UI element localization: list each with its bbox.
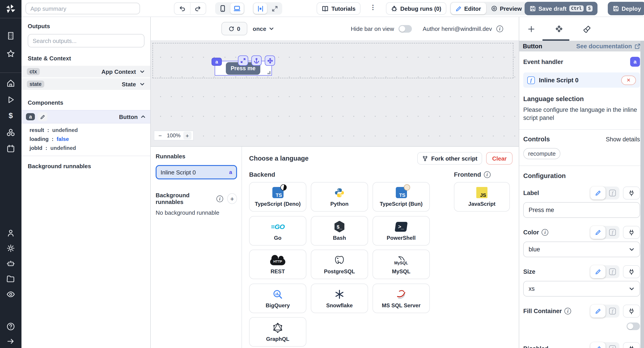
- language-card-go[interactable]: ≡GO Go: [249, 216, 306, 246]
- canvas-grid-container[interactable]: [152, 43, 514, 78]
- info-icon[interactable]: i: [216, 195, 223, 202]
- info-icon[interactable]: i: [542, 229, 548, 236]
- static-mode-pencil-icon[interactable]: [590, 305, 606, 318]
- workers-robot-icon[interactable]: [6, 259, 15, 268]
- language-card-bash[interactable]: $_ Bash: [311, 216, 368, 246]
- recompute-badge[interactable]: recompute: [523, 148, 560, 160]
- chevron-down-icon[interactable]: [140, 69, 145, 74]
- prop-jobid[interactable]: jobId: undefined: [30, 145, 150, 151]
- help-icon[interactable]: [6, 322, 15, 331]
- variables-icon[interactable]: $: [6, 112, 15, 120]
- info-icon[interactable]: i: [564, 308, 571, 315]
- color-connect-plug-button[interactable]: [623, 226, 640, 239]
- undo-button[interactable]: [174, 3, 190, 14]
- remove-script-button[interactable]: ✕: [621, 75, 636, 85]
- language-card-typescript-bun[interactable]: TS TypeScript (Bun): [372, 182, 430, 212]
- settings-gear-icon[interactable]: [6, 244, 15, 253]
- schedules-icon[interactable]: [6, 144, 15, 153]
- clear-language-button[interactable]: Clear: [486, 152, 512, 164]
- hide-bar-toggle[interactable]: [398, 25, 412, 32]
- expr-mode-icon[interactable]: f: [606, 187, 620, 200]
- show-details-link[interactable]: Show details: [606, 136, 640, 143]
- expr-mode-icon[interactable]: f: [606, 342, 620, 348]
- label-connect-plug-button[interactable]: [623, 187, 640, 200]
- static-mode-pencil-icon[interactable]: [590, 342, 606, 348]
- expand-component-button[interactable]: [238, 56, 248, 66]
- language-card-bigquery[interactable]: BigQuery: [249, 284, 306, 313]
- disabled-connect-plug-button[interactable]: [623, 342, 640, 348]
- static-mode-pencil-icon[interactable]: [590, 266, 606, 278]
- language-card-mysql[interactable]: MySQL MySQL: [372, 250, 430, 279]
- search-outputs-input[interactable]: [28, 34, 144, 48]
- language-card-mssql[interactable]: MS SQL Server: [372, 284, 430, 313]
- home-icon[interactable]: [6, 79, 15, 88]
- runnable-item-inline-script-0[interactable]: Inline Script 0 a: [156, 165, 237, 179]
- preview-tab[interactable]: Preview: [486, 3, 526, 14]
- ctx-row[interactable]: ctx App Context: [22, 66, 150, 78]
- runs-icon[interactable]: [6, 95, 15, 104]
- favorites-star-icon[interactable]: [6, 49, 15, 58]
- schedule-select[interactable]: once: [253, 22, 274, 35]
- state-row[interactable]: state State: [22, 78, 150, 90]
- save-draft-button[interactable]: Save draft Ctrl S: [524, 2, 598, 15]
- desktop-view-button[interactable]: [230, 3, 244, 14]
- expr-mode-icon[interactable]: f: [606, 226, 620, 239]
- color-select[interactable]: blue: [523, 242, 640, 258]
- tab-add-component[interactable]: [526, 23, 537, 35]
- anchor-component-button[interactable]: [251, 56, 262, 66]
- fill-container-toggle[interactable]: [626, 323, 640, 330]
- language-card-rest[interactable]: HTTP REST: [249, 250, 306, 279]
- selected-button-component[interactable]: a Press me: [215, 61, 272, 76]
- tab-styling[interactable]: [581, 23, 592, 35]
- language-card-snowflake[interactable]: Snowflake: [311, 284, 368, 313]
- move-component-button[interactable]: [265, 56, 275, 66]
- static-mode-pencil-icon[interactable]: [590, 226, 606, 239]
- prop-result[interactable]: result: undefined: [30, 127, 150, 133]
- users-icon[interactable]: [6, 228, 15, 238]
- workspace-icon[interactable]: [6, 31, 15, 40]
- size-connect-plug-button[interactable]: [623, 266, 640, 278]
- fill-connect-plug-button[interactable]: [623, 305, 640, 318]
- fullscreen-button[interactable]: [268, 3, 281, 14]
- refresh-count-button[interactable]: 0: [222, 22, 247, 35]
- prop-loading[interactable]: loading: false: [30, 136, 150, 142]
- zoom-out-button[interactable]: −: [156, 132, 164, 140]
- expr-mode-icon[interactable]: f: [606, 266, 620, 278]
- mobile-view-button[interactable]: [216, 3, 230, 14]
- zoom-in-button[interactable]: +: [183, 132, 191, 140]
- inspector-scrollbar[interactable]: [640, 41, 644, 348]
- language-card-graphql[interactable]: GraphQL: [249, 317, 306, 347]
- app-summary-input[interactable]: [26, 3, 140, 14]
- center-align-button[interactable]: [254, 3, 267, 14]
- design-canvas[interactable]: a Press me − 100% +: [151, 40, 519, 146]
- tab-component-settings[interactable]: [553, 23, 565, 35]
- resize-handle[interactable]: [268, 71, 270, 74]
- size-select[interactable]: xs: [523, 281, 640, 297]
- fork-other-script-button[interactable]: Fork other script: [417, 152, 482, 164]
- chevron-down-icon[interactable]: [140, 82, 145, 87]
- windmill-logo[interactable]: [4, 3, 16, 15]
- language-card-powershell[interactable]: >_ PowerShell: [372, 216, 430, 246]
- folders-icon[interactable]: [6, 274, 15, 283]
- language-card-javascript[interactable]: JS JavaScript: [454, 182, 510, 212]
- language-card-python[interactable]: Python: [311, 182, 368, 212]
- debug-runs-button[interactable]: Debug runs (0): [386, 2, 446, 15]
- deploy-button[interactable]: Deploy: [608, 2, 644, 15]
- tutorials-button[interactable]: Tutorials: [317, 2, 360, 15]
- audit-eye-icon[interactable]: [6, 290, 15, 299]
- language-card-typescript-deno[interactable]: TS TypeScript (Deno): [249, 182, 306, 212]
- inline-script-row[interactable]: f Inline Script 0 ✕: [523, 72, 640, 88]
- redo-button[interactable]: [190, 3, 206, 14]
- language-card-postgresql[interactable]: PostgreSQL: [311, 250, 368, 279]
- add-background-runnable-button[interactable]: +: [227, 193, 237, 204]
- static-mode-pencil-icon[interactable]: [590, 187, 606, 200]
- more-menu-button[interactable]: ⋮: [370, 4, 376, 11]
- expand-rail-arrow-icon[interactable]: [6, 337, 15, 346]
- rename-pencil-icon[interactable]: [38, 112, 48, 121]
- see-documentation-link[interactable]: See documentation: [576, 43, 640, 50]
- label-value-input[interactable]: [523, 202, 640, 218]
- info-icon[interactable]: i: [496, 25, 503, 32]
- expr-mode-icon[interactable]: f: [606, 305, 620, 318]
- editor-tab[interactable]: Editor: [451, 3, 486, 14]
- chevron-up-icon[interactable]: [140, 114, 146, 120]
